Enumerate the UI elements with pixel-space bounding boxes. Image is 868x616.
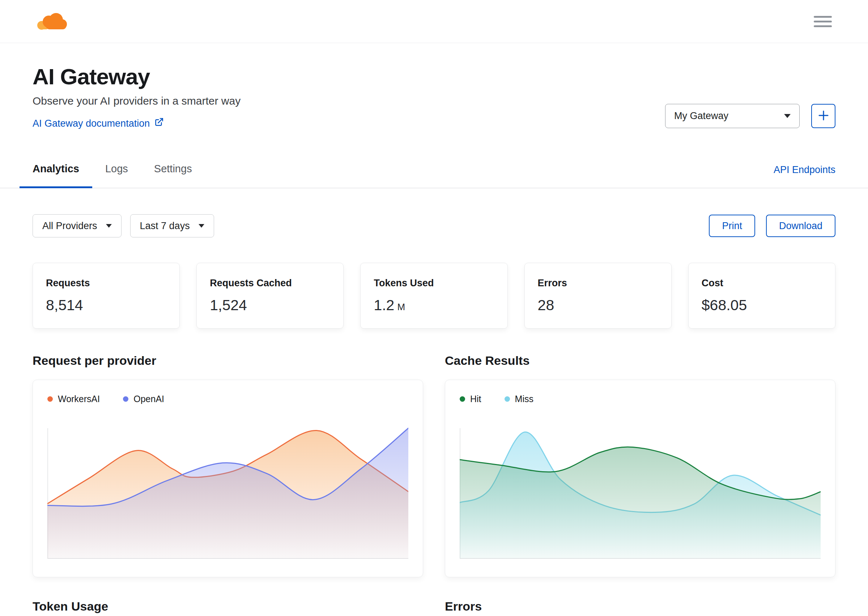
legend-dot-icon bbox=[123, 396, 128, 402]
legend-label: OpenAI bbox=[133, 394, 164, 404]
stat-label: Cost bbox=[702, 278, 828, 289]
tabs-bar: Analytics Logs Settings API Endpoints bbox=[0, 163, 868, 188]
request-per-provider-title: Request per provider bbox=[33, 354, 423, 367]
stat-label: Requests bbox=[46, 278, 172, 289]
legend-item-workersai: WorkersAI bbox=[47, 394, 100, 404]
stat-value: 1,524 bbox=[210, 297, 247, 314]
stat-card-requests-cached: Requests Cached 1,524 bbox=[196, 263, 343, 328]
menu-icon[interactable] bbox=[814, 16, 832, 27]
legend-item-hit: Hit bbox=[460, 394, 481, 404]
chevron-down-icon bbox=[106, 224, 112, 228]
page-title: AI Gateway bbox=[33, 65, 241, 88]
stat-value: 8,514 bbox=[46, 297, 83, 314]
documentation-link-label: AI Gateway documentation bbox=[33, 118, 150, 129]
tab-analytics[interactable]: Analytics bbox=[20, 163, 92, 188]
page-subtitle: Observe your AI providers in a smarter w… bbox=[33, 95, 241, 107]
gateway-select-value: My Gateway bbox=[674, 110, 729, 122]
date-range-value: Last 7 days bbox=[140, 220, 190, 232]
stat-card-errors: Errors 28 bbox=[525, 263, 672, 328]
request-per-provider-section: Request per provider WorkersAI OpenAI bbox=[33, 354, 423, 577]
stat-card-tokens-used: Tokens Used 1.2M bbox=[360, 263, 508, 328]
stat-label: Errors bbox=[538, 278, 664, 289]
stat-value: 1.2 bbox=[374, 297, 394, 314]
add-gateway-button[interactable] bbox=[811, 104, 835, 128]
chevron-down-icon bbox=[199, 224, 204, 228]
filter-row: All Providers Last 7 days Print Download bbox=[33, 214, 835, 237]
page-header: AI Gateway Observe your AI providers in … bbox=[33, 65, 835, 130]
legend-dot-icon bbox=[505, 396, 510, 402]
chart-legend: Hit Miss bbox=[460, 394, 821, 404]
stat-label: Tokens Used bbox=[374, 278, 500, 289]
legend-label: WorkersAI bbox=[58, 394, 100, 404]
cache-results-card: Hit Miss bbox=[445, 380, 835, 577]
tab-settings[interactable]: Settings bbox=[141, 163, 205, 188]
stat-card-cost: Cost $68.05 bbox=[688, 263, 835, 328]
request-per-provider-chart bbox=[47, 415, 408, 559]
tab-logs[interactable]: Logs bbox=[92, 163, 141, 188]
api-endpoints-link[interactable]: API Endpoints bbox=[774, 163, 835, 176]
documentation-link[interactable]: AI Gateway documentation bbox=[33, 117, 164, 130]
cache-results-chart bbox=[460, 415, 821, 559]
cache-results-section: Cache Results Hit Miss bbox=[445, 354, 835, 577]
cache-results-title: Cache Results bbox=[445, 354, 835, 367]
legend-dot-icon bbox=[460, 396, 465, 402]
legend-label: Hit bbox=[470, 394, 481, 404]
external-link-icon bbox=[154, 117, 164, 130]
provider-filter-value: All Providers bbox=[42, 220, 97, 232]
legend-label: Miss bbox=[515, 394, 533, 404]
stat-value: $68.05 bbox=[702, 297, 747, 314]
cloudflare-logo[interactable] bbox=[34, 11, 67, 32]
errors-title: Errors bbox=[445, 600, 835, 613]
request-per-provider-card: WorkersAI OpenAI bbox=[33, 380, 423, 577]
stat-label: Requests Cached bbox=[210, 278, 336, 289]
stat-value: 28 bbox=[538, 297, 555, 314]
print-button[interactable]: Print bbox=[709, 215, 755, 237]
gateway-select[interactable]: My Gateway bbox=[665, 104, 800, 128]
stat-card-requests: Requests 8,514 bbox=[33, 263, 180, 328]
token-usage-title: Token Usage bbox=[33, 600, 423, 613]
chevron-down-icon bbox=[784, 114, 791, 118]
stats-row: Requests 8,514 Requests Cached 1,524 Tok… bbox=[33, 263, 835, 328]
stat-unit: M bbox=[397, 302, 405, 313]
legend-item-openai: OpenAI bbox=[123, 394, 164, 404]
plus-icon bbox=[817, 109, 830, 123]
provider-filter-select[interactable]: All Providers bbox=[33, 214, 122, 237]
legend-dot-icon bbox=[47, 396, 53, 402]
date-range-select[interactable]: Last 7 days bbox=[130, 214, 214, 237]
legend-item-miss: Miss bbox=[505, 394, 533, 404]
download-button[interactable]: Download bbox=[766, 215, 835, 237]
topbar bbox=[0, 0, 868, 43]
chart-legend: WorkersAI OpenAI bbox=[47, 394, 408, 404]
